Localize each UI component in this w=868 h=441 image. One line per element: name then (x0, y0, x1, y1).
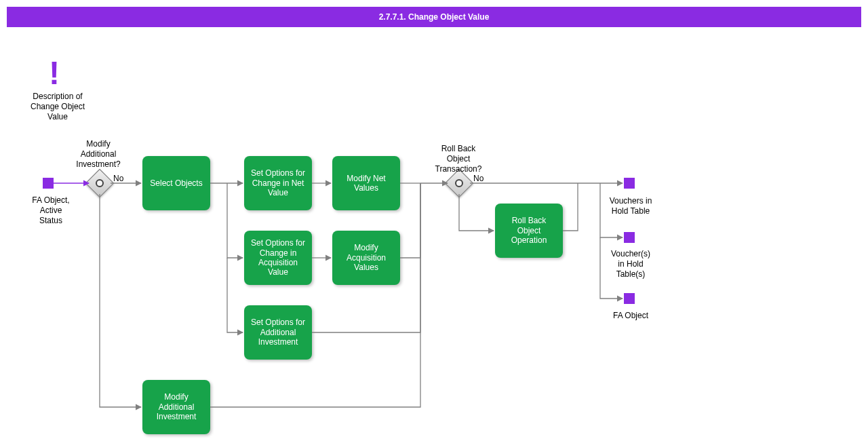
gateway1-label: Modify Additional Investment? (71, 139, 125, 170)
end2 (624, 232, 635, 243)
end3 (624, 293, 635, 304)
task-mod-acq: Modify Acquisition Values (332, 231, 400, 285)
gateway-modify-additional (90, 173, 110, 193)
task-mod-net: Modify Net Values (332, 156, 400, 210)
task-opt-net: Set Options for Change in Net Value (244, 156, 312, 210)
title-bar: 2.7.7.1. Change Object Value (7, 7, 861, 27)
end1-label: Vouchers in Hold Table (604, 196, 658, 216)
start-event (43, 178, 54, 189)
task-mod-add: Modify Additional Investment (142, 380, 210, 434)
title-text: 2.7.7.1. Change Object Value (379, 12, 490, 22)
end1 (624, 178, 635, 189)
gateway2-no: No (473, 174, 484, 183)
start-label: FA Object, Active Status (24, 195, 78, 226)
annotation-label: Description of Change Object Value (24, 92, 92, 122)
end2-label: Voucher(s) in Hold Table(s) (604, 249, 658, 280)
task-select-objects: Select Objects (142, 156, 210, 210)
task-opt-acq: Set Options for Change in Acquisition Va… (244, 231, 312, 285)
task-rollback: Roll Back Object Operation (495, 204, 563, 258)
task-opt-add: Set Options for Additional Investment (244, 305, 312, 360)
gateway2-label: Roll Back Object Transaction? (431, 144, 486, 174)
exclamation-icon: ! (49, 54, 60, 92)
diagram-canvas: 2.7.7.1. Change Object Value ! Descripti… (0, 0, 868, 441)
flow-lines (0, 0, 868, 441)
end3-label: FA Object (604, 311, 658, 321)
gateway-rollback (449, 173, 469, 193)
gateway1-no: No (113, 174, 123, 183)
